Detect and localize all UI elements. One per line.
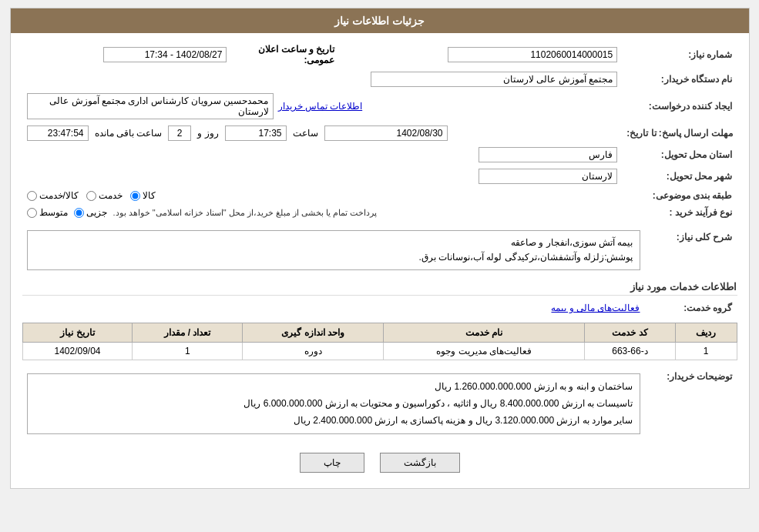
shomare-niaz-value: 1102060014000015 — [448, 47, 617, 62]
tabaghe-row: طبقه بندی موضوعی: کالا/خدمت خدمت کالا — [22, 187, 737, 204]
tarikh-value: 1402/08/30 — [324, 125, 448, 141]
touzih-row: توضیحات خریدار: ساختمان و ابنه و به ارزش… — [22, 366, 737, 441]
noe-option1[interactable]: جزیی — [74, 207, 107, 218]
col-tarikh: تاریخ نیاز — [22, 323, 133, 343]
page-header: جزئیات اطلاعات نیاز — [11, 8, 749, 33]
sharh-label: شرح کلی نیاز: — [645, 227, 737, 273]
shahr-row: شهر محل تحویل: لارستان — [22, 166, 737, 187]
content-area: شماره نیاز: 1102060014000015 تاریخ و ساع… — [11, 33, 749, 488]
ijad-konande-label: ایجاد کننده درخواست: — [622, 90, 737, 122]
grohe-row: گروه خدمت: فعالیت‌های مالی و بیمه — [22, 299, 737, 316]
services-header-row: ردیف کد خدمت نام خدمت واحد اندازه گیری ت… — [22, 323, 737, 343]
ostan-value: فارس — [479, 147, 617, 162]
noe-radio1[interactable] — [74, 208, 84, 218]
table-row: 1د-66-663فعالیت‌های مدیریت وجوهدوره11402… — [22, 343, 737, 360]
ijad-konande-row: ایجاد کننده درخواست: محمدحسین سرویان کار… — [22, 90, 737, 122]
noe-desc: پرداخت تمام یا بخشی از مبلغ خرید،از محل … — [113, 208, 378, 218]
noe-option2[interactable]: متوسط — [27, 207, 68, 218]
grohe-value[interactable]: فعالیت‌های مالی و بیمه — [551, 303, 640, 313]
saat-value: 17:35 — [225, 125, 287, 141]
tabaghe-radio3[interactable] — [27, 191, 37, 201]
noe-farayand-label: نوع فرآیند خرید : — [622, 204, 737, 221]
tabaghe-radio1[interactable] — [130, 191, 140, 201]
table-cell-tedad: 1 — [133, 343, 243, 360]
touzih-line1: ساختمان و ابنه و به ارزش 1.260.000.000.0… — [34, 379, 633, 396]
baghimande-label: ساعت باقی مانده — [95, 128, 163, 139]
tarikh-elam-label: تاریخ و ساعت اعلان عمومی: — [231, 41, 339, 69]
nam-dastgah-row: نام دستگاه خریدار: مجتمع آموزش عالی لارس… — [22, 69, 737, 90]
shahr-label: شهر محل تحویل: — [622, 166, 737, 187]
nam-dastgah-label: نام دستگاه خریدار: — [622, 69, 737, 90]
page-container: جزئیات اطلاعات نیاز شماره نیاز: 11020600… — [10, 8, 750, 489]
services-thead: ردیف کد خدمت نام خدمت واحد اندازه گیری ت… — [22, 323, 737, 343]
ostan-row: استان محل تحویل: فارس — [22, 144, 737, 166]
tabaghe-option3[interactable]: کالا/خدمت — [27, 190, 79, 201]
khadamat-section-title: اطلاعات خدمات مورد نیاز — [22, 281, 737, 296]
page-title: جزئیات اطلاعات نیاز — [334, 15, 425, 27]
table-cell-kodKhedmat: د-66-663 — [585, 343, 676, 360]
grohe-table: گروه خدمت: فعالیت‌های مالی و بیمه — [22, 299, 737, 316]
col-kod: کد خدمت — [585, 323, 676, 343]
noe-farayand-row: نوع فرآیند خرید : متوسط جزیی — [22, 204, 737, 221]
sharh-row: شرح کلی نیاز: بیمه آتش سوزی،انفجار و صاع… — [22, 227, 737, 273]
touzih-table: توضیحات خریدار: ساختمان و ابنه و به ارزش… — [22, 366, 737, 441]
print-button[interactable]: چاپ — [300, 453, 364, 473]
col-radif: ردیف — [675, 323, 737, 343]
col-tedad: تعداد / مقدار — [133, 323, 243, 343]
rooz-value: 2 — [168, 125, 191, 141]
nam-dastgah-value: مجتمع آموزش عالی لارستان — [371, 72, 617, 87]
baghimande-value: 23:47:54 — [27, 125, 89, 141]
table-cell-vahed: دوره — [243, 343, 384, 360]
table-cell-radif: 1 — [675, 343, 737, 360]
back-button[interactable]: بازگشت — [380, 453, 460, 473]
touzih-value: ساختمان و ابنه و به ارزش 1.260.000.000.0… — [27, 373, 640, 434]
table-cell-tarikh: 1402/09/04 — [22, 343, 133, 360]
sharh-value: بیمه آتش سوزی،انفجار و صاعقه پوشش:زلزله … — [27, 230, 640, 270]
tabaghe-option2[interactable]: خدمت — [86, 190, 123, 201]
sharh-line2: پوشش:زلزله وآتشفشان،ترکیدگی لوله آب،نوسا… — [34, 250, 633, 265]
main-info-table: شماره نیاز: 1102060014000015 تاریخ و ساع… — [22, 41, 737, 221]
tabaghe-option1[interactable]: کالا — [130, 190, 156, 201]
sharh-line1: بیمه آتش سوزی،انفجار و صاعقه — [34, 236, 633, 250]
ettelaat-tamas-link[interactable]: اطلاعات تماس خریدار — [278, 101, 363, 112]
ostan-label: استان محل تحویل: — [622, 144, 737, 166]
rooz-label: روز و — [197, 128, 218, 139]
noe-radio2[interactable] — [27, 208, 37, 218]
tabaghe-radio2[interactable] — [86, 191, 96, 201]
sharh-table: شرح کلی نیاز: بیمه آتش سوزی،انفجار و صاع… — [22, 227, 737, 273]
table-cell-namKhedmat: فعالیت‌های مدیریت وجوه — [384, 343, 585, 360]
touzih-line3: سایر موارد به ارزش 3.120.000.000 ریال و … — [34, 413, 633, 430]
col-vahed: واحد اندازه گیری — [243, 323, 384, 343]
services-tbody: 1د-66-663فعالیت‌های مدیریت وجوهدوره11402… — [22, 343, 737, 360]
touzih-label: توضیحات خریدار: — [645, 366, 737, 441]
shomare-niaz-row: شماره نیاز: 1102060014000015 تاریخ و ساع… — [22, 41, 737, 69]
mohlat-row: مهلت ارسال پاسخ: تا تاریخ: 23:47:54 ساعت… — [22, 122, 737, 144]
col-nam: نام خدمت — [384, 323, 585, 343]
ijad-konande-value: محمدحسین سرویان کارشناس اداری مجتمع آموز… — [27, 93, 274, 119]
touzih-line2: تاسیسات به ارزش 8.400.000.000 ریال و اثا… — [34, 396, 633, 413]
shahr-value: لارستان — [479, 169, 617, 184]
shomare-niaz-label: شماره نیاز: — [622, 41, 737, 69]
services-table: ردیف کد خدمت نام خدمت واحد اندازه گیری ت… — [22, 323, 737, 360]
mohlat-label: مهلت ارسال پاسخ: تا تاریخ: — [622, 122, 737, 144]
tarikh-elam-value: 1402/08/27 - 17:34 — [103, 47, 227, 62]
buttons-row: بازگشت چاپ — [22, 453, 737, 473]
tabaghe-label: طبقه بندی موضوعی: — [622, 187, 737, 204]
grohe-label: گروه خدمت: — [645, 299, 737, 316]
saat-label: ساعت — [293, 128, 318, 139]
